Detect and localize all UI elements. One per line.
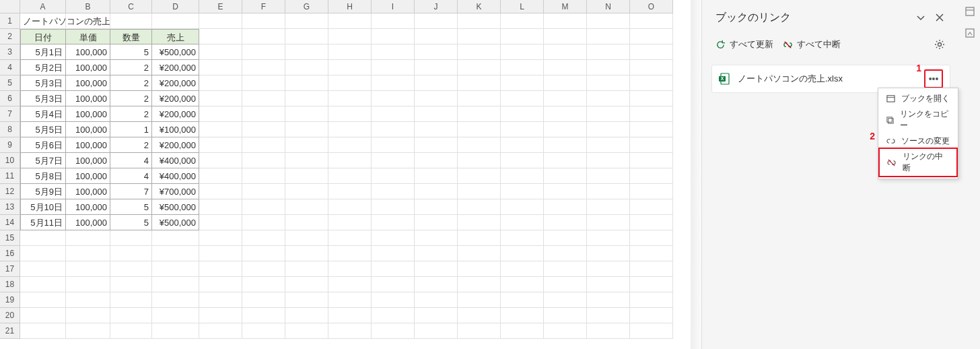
column-header[interactable]: G bbox=[285, 0, 328, 13]
row-header[interactable]: 12 bbox=[0, 184, 20, 199]
cell[interactable] bbox=[587, 13, 630, 29]
cell[interactable] bbox=[587, 246, 630, 261]
cell[interactable] bbox=[501, 230, 544, 246]
table-cell[interactable]: 5 bbox=[110, 44, 152, 60]
cell[interactable] bbox=[285, 246, 328, 261]
cell[interactable] bbox=[544, 44, 587, 60]
cell[interactable] bbox=[372, 199, 415, 215]
cell[interactable] bbox=[587, 308, 630, 323]
column-header[interactable]: H bbox=[328, 0, 372, 13]
table-cell[interactable]: 100,000 bbox=[66, 168, 110, 184]
cell[interactable] bbox=[285, 91, 328, 106]
cell[interactable] bbox=[501, 215, 544, 230]
cell[interactable] bbox=[152, 277, 199, 292]
table-cell[interactable]: ¥500,000 bbox=[152, 215, 199, 230]
row-header[interactable]: 17 bbox=[0, 261, 20, 277]
cell[interactable] bbox=[372, 277, 415, 292]
cell[interactable] bbox=[285, 323, 328, 339]
table-header-cell[interactable]: 単価 bbox=[66, 29, 110, 44]
cell[interactable] bbox=[372, 75, 415, 91]
table-cell[interactable]: 4 bbox=[110, 153, 152, 168]
row-header[interactable]: 13 bbox=[0, 199, 20, 215]
cell[interactable] bbox=[328, 277, 372, 292]
cell[interactable] bbox=[501, 75, 544, 91]
cell[interactable] bbox=[328, 215, 372, 230]
cell[interactable] bbox=[199, 230, 242, 246]
row-header[interactable]: 4 bbox=[0, 60, 20, 75]
cell[interactable] bbox=[415, 230, 458, 246]
cell[interactable] bbox=[110, 13, 152, 29]
cell[interactable] bbox=[544, 122, 587, 137]
cell[interactable] bbox=[458, 184, 501, 199]
cell[interactable] bbox=[152, 230, 199, 246]
cell[interactable] bbox=[285, 60, 328, 75]
cell[interactable] bbox=[630, 168, 673, 184]
cell[interactable] bbox=[415, 91, 458, 106]
cell[interactable] bbox=[328, 261, 372, 277]
table-cell[interactable]: ¥200,000 bbox=[152, 75, 199, 91]
cell[interactable] bbox=[544, 106, 587, 122]
table-cell[interactable]: 2 bbox=[110, 137, 152, 153]
cell[interactable] bbox=[285, 308, 328, 323]
cell[interactable] bbox=[199, 29, 242, 44]
row-header[interactable]: 10 bbox=[0, 153, 20, 168]
row-header[interactable]: 2 bbox=[0, 29, 20, 44]
cell[interactable] bbox=[544, 292, 587, 308]
collapse-button[interactable] bbox=[911, 8, 930, 27]
cell[interactable] bbox=[587, 277, 630, 292]
table-cell[interactable]: 5月9日 bbox=[20, 184, 66, 199]
cell[interactable] bbox=[372, 153, 415, 168]
cell[interactable] bbox=[415, 308, 458, 323]
cell[interactable] bbox=[415, 168, 458, 184]
cell[interactable] bbox=[242, 168, 285, 184]
cell[interactable] bbox=[328, 13, 372, 29]
cell[interactable] bbox=[66, 323, 110, 339]
table-header-cell[interactable]: 売上 bbox=[152, 29, 199, 44]
cell[interactable] bbox=[372, 246, 415, 261]
cell[interactable] bbox=[20, 246, 66, 261]
column-header[interactable]: I bbox=[372, 0, 415, 13]
column-header[interactable]: C bbox=[110, 0, 152, 13]
cell[interactable] bbox=[415, 44, 458, 60]
cell[interactable] bbox=[458, 308, 501, 323]
cell[interactable] bbox=[630, 215, 673, 230]
cell[interactable] bbox=[328, 44, 372, 60]
table-cell[interactable]: 100,000 bbox=[66, 184, 110, 199]
table-cell[interactable]: 2 bbox=[110, 60, 152, 75]
cell[interactable] bbox=[328, 246, 372, 261]
cell[interactable] bbox=[285, 29, 328, 44]
cell[interactable] bbox=[587, 199, 630, 215]
row-header[interactable]: 14 bbox=[0, 215, 20, 230]
cell[interactable] bbox=[501, 168, 544, 184]
cell[interactable] bbox=[199, 153, 242, 168]
table-cell[interactable]: ¥500,000 bbox=[152, 199, 199, 215]
cell[interactable] bbox=[501, 199, 544, 215]
cell[interactable] bbox=[544, 184, 587, 199]
table-cell[interactable]: 5月1日 bbox=[20, 44, 66, 60]
menu-break-link[interactable]: リンクの中断 bbox=[878, 148, 958, 177]
table-cell[interactable]: 5 bbox=[110, 215, 152, 230]
cell[interactable] bbox=[630, 153, 673, 168]
table-cell[interactable]: 2 bbox=[110, 91, 152, 106]
table-cell[interactable]: 5月5日 bbox=[20, 122, 66, 137]
cell[interactable] bbox=[110, 323, 152, 339]
cell[interactable] bbox=[242, 230, 285, 246]
cell[interactable] bbox=[544, 308, 587, 323]
cell[interactable] bbox=[458, 44, 501, 60]
cell[interactable] bbox=[199, 277, 242, 292]
cell[interactable] bbox=[630, 308, 673, 323]
cell[interactable] bbox=[587, 137, 630, 153]
cell[interactable] bbox=[199, 323, 242, 339]
cell[interactable] bbox=[458, 168, 501, 184]
cell[interactable] bbox=[199, 60, 242, 75]
cell[interactable] bbox=[587, 184, 630, 199]
column-header[interactable]: N bbox=[587, 0, 630, 13]
cell[interactable] bbox=[630, 91, 673, 106]
cell[interactable] bbox=[415, 106, 458, 122]
cell[interactable] bbox=[66, 13, 110, 29]
cell[interactable] bbox=[458, 261, 501, 277]
cell[interactable] bbox=[328, 308, 372, 323]
cell[interactable] bbox=[242, 60, 285, 75]
row-header[interactable]: 20 bbox=[0, 308, 20, 323]
cell[interactable] bbox=[587, 292, 630, 308]
